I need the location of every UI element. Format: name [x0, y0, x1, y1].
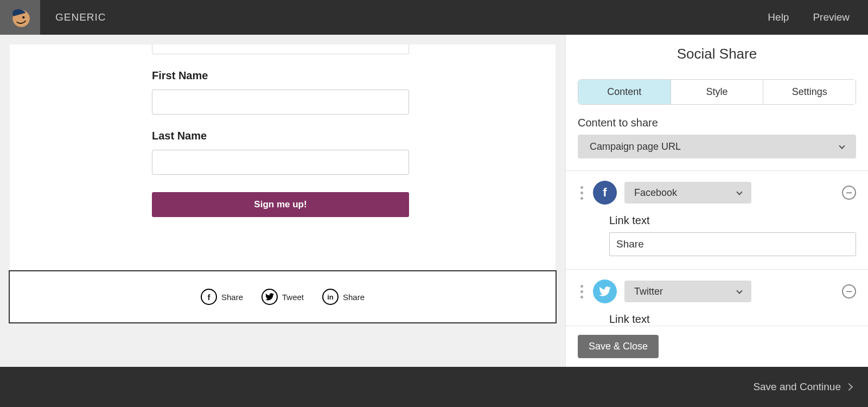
save-close-button[interactable]: Save & Close	[578, 335, 659, 358]
tab-style[interactable]: Style	[671, 80, 763, 104]
chevron-down-icon	[736, 288, 742, 294]
tab-content[interactable]: Content	[578, 80, 671, 104]
first-name-input[interactable]	[152, 90, 409, 115]
preview-canvas: First Name Last Name Sign me up! f Share…	[0, 35, 565, 367]
twitter-icon	[261, 289, 278, 305]
share-label: Tweet	[282, 292, 304, 302]
panel-title: Social Share	[566, 46, 868, 62]
help-link[interactable]: Help	[768, 11, 789, 23]
first-name-label: First Name	[152, 69, 409, 82]
link-text-input-facebook[interactable]	[609, 232, 856, 256]
remove-service-button[interactable]: −	[842, 186, 856, 200]
svg-point-1	[22, 16, 24, 18]
share-label: Share	[343, 292, 365, 302]
email-preview: First Name Last Name Sign me up! f Share…	[10, 44, 556, 318]
save-continue-button[interactable]: Save and Continue	[753, 381, 852, 393]
chevron-right-icon	[845, 383, 853, 391]
linkedin-icon: in	[322, 289, 339, 305]
editor-panel: Social Share Content Style Settings Cont…	[565, 35, 868, 367]
last-name-label: Last Name	[152, 130, 409, 142]
drag-handle-icon[interactable]	[578, 285, 585, 298]
facebook-icon: f	[201, 289, 217, 305]
share-item-linkedin[interactable]: in Share	[322, 289, 365, 305]
service-dropdown-twitter[interactable]: Twitter	[624, 281, 751, 302]
preview-link[interactable]: Preview	[813, 11, 850, 23]
mailchimp-logo-icon	[9, 6, 31, 29]
bottombar: Save and Continue	[0, 367, 868, 407]
dropdown-value: Facebook	[634, 187, 677, 199]
facebook-icon: f	[593, 181, 617, 205]
last-name-input[interactable]	[152, 150, 409, 175]
content-to-share-dropdown[interactable]: Campaign page URL	[578, 135, 856, 158]
dropdown-value: Twitter	[634, 286, 663, 297]
dropdown-value: Campaign page URL	[590, 141, 681, 152]
tab-bar: Content Style Settings	[578, 79, 856, 105]
service-dropdown-facebook[interactable]: Facebook	[624, 182, 751, 204]
chevron-down-icon	[839, 143, 845, 149]
content-to-share-label: Content to share	[578, 117, 856, 129]
chevron-down-icon	[736, 189, 742, 195]
service-row-facebook: f Facebook − Link text	[566, 170, 868, 269]
panel-footer: Save & Close	[566, 326, 868, 367]
topbar: GENERIC Help Preview	[0, 0, 868, 35]
tab-settings[interactable]: Settings	[763, 80, 856, 104]
share-label: Share	[221, 292, 243, 302]
share-item-twitter[interactable]: Tweet	[261, 289, 304, 305]
remove-service-button[interactable]: −	[842, 284, 856, 298]
link-text-label: Link text	[609, 214, 856, 227]
share-item-facebook[interactable]: f Share	[201, 289, 243, 305]
save-continue-label: Save and Continue	[753, 381, 841, 393]
app-logo[interactable]	[0, 0, 40, 35]
signup-button[interactable]: Sign me up!	[152, 192, 409, 217]
twitter-icon	[593, 279, 617, 303]
social-share-block[interactable]: f Share Tweet in Share	[9, 270, 557, 323]
service-row-twitter: Twitter − Link text	[566, 269, 868, 326]
previous-field-clip	[152, 44, 409, 54]
drag-handle-icon[interactable]	[578, 186, 585, 200]
link-text-label: Link text	[609, 313, 856, 326]
campaign-name: GENERIC	[55, 11, 106, 23]
